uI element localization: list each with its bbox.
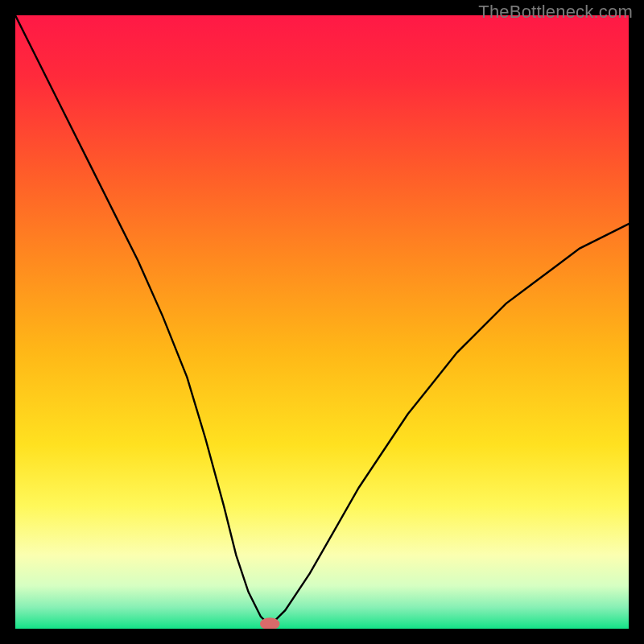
watermark-text: TheBottleneck.com [478, 2, 633, 23]
gradient-background [15, 15, 629, 629]
chart-container: TheBottleneck.com [0, 0, 644, 644]
plot-area [15, 15, 629, 629]
chart-svg [15, 15, 629, 629]
